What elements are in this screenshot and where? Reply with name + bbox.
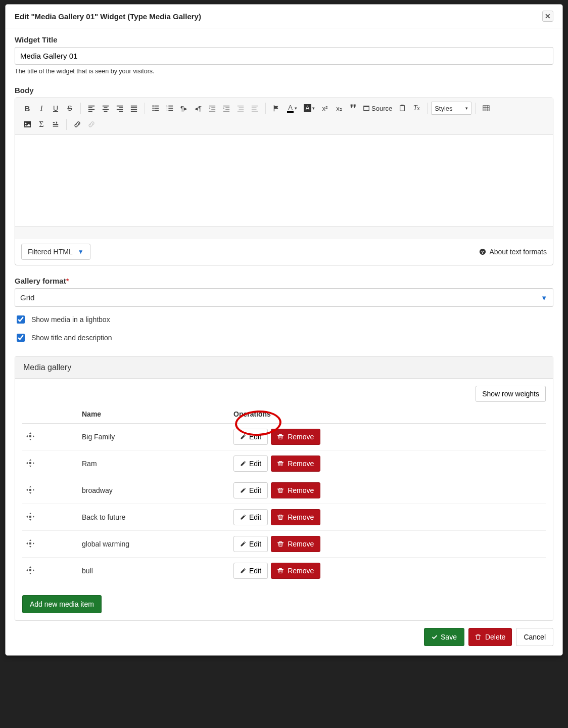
flag-icon[interactable] bbox=[269, 101, 283, 115]
body-label: Body bbox=[15, 86, 553, 95]
quote-right-icon[interactable] bbox=[248, 101, 262, 115]
source-label: Source bbox=[371, 105, 392, 112]
widget-title-help: The title of the widget that is seen by … bbox=[15, 68, 553, 75]
svg-rect-7 bbox=[168, 106, 173, 107]
close-button[interactable]: ✕ bbox=[542, 11, 553, 22]
edit-button[interactable]: Edit bbox=[233, 536, 268, 552]
remove-button[interactable]: Remove bbox=[271, 456, 320, 472]
superscript-icon[interactable]: x² bbox=[318, 101, 332, 115]
remove-button[interactable]: Remove bbox=[271, 563, 320, 579]
remove-button[interactable]: Remove bbox=[271, 536, 320, 552]
trash-icon bbox=[277, 461, 283, 467]
align-right-icon[interactable] bbox=[113, 101, 127, 115]
item-name: global warming bbox=[78, 531, 229, 558]
item-name: broadway bbox=[78, 477, 229, 504]
editor-textarea[interactable] bbox=[15, 135, 553, 226]
col-operations: Operations bbox=[229, 405, 546, 424]
svg-rect-21 bbox=[364, 106, 369, 107]
bg-color-icon[interactable]: A▾ bbox=[301, 101, 318, 115]
lightbox-checkbox[interactable] bbox=[17, 315, 25, 324]
widget-title-label: Widget Title bbox=[15, 35, 553, 44]
svg-rect-23 bbox=[401, 105, 404, 106]
title-desc-checkbox[interactable] bbox=[17, 334, 25, 342]
table-icon[interactable] bbox=[479, 101, 493, 115]
pencil-icon bbox=[240, 461, 246, 467]
widget-title-input[interactable] bbox=[15, 47, 553, 65]
align-left-icon[interactable] bbox=[84, 101, 99, 115]
edit-button[interactable]: Edit bbox=[233, 482, 268, 498]
col-name: Name bbox=[78, 405, 229, 424]
save-button[interactable]: Save bbox=[424, 628, 464, 646]
drag-handle-icon[interactable] bbox=[26, 487, 34, 495]
remove-button[interactable]: Remove bbox=[271, 482, 320, 498]
unlink-icon[interactable] bbox=[84, 117, 99, 131]
drag-handle-icon[interactable] bbox=[26, 568, 34, 576]
modal-title: Edit "Media Gallery 01" Widget (Type Med… bbox=[15, 12, 201, 21]
svg-rect-13 bbox=[239, 107, 244, 108]
trash-icon bbox=[277, 541, 283, 547]
drag-handle-icon[interactable] bbox=[26, 434, 34, 442]
edit-button[interactable]: Edit bbox=[233, 509, 268, 525]
link-icon[interactable] bbox=[70, 117, 84, 131]
remove-button[interactable]: Remove bbox=[271, 509, 320, 525]
bullet-list-icon[interactable] bbox=[149, 101, 163, 115]
delete-button[interactable]: Delete bbox=[468, 628, 512, 646]
gallery-format-select[interactable]: Grid bbox=[15, 288, 553, 307]
remove-format-icon[interactable]: Tx bbox=[409, 101, 423, 115]
trash-icon bbox=[475, 634, 481, 640]
trash-icon bbox=[277, 487, 283, 493]
question-circle-icon: ? bbox=[479, 248, 486, 255]
edit-button[interactable]: Edit bbox=[233, 563, 268, 579]
strikethrough-icon[interactable]: S bbox=[63, 101, 77, 115]
indent-icon[interactable] bbox=[219, 101, 233, 115]
cancel-button[interactable]: Cancel bbox=[516, 628, 553, 646]
svg-rect-17 bbox=[252, 107, 257, 108]
ltr-icon[interactable]: ¶▸ bbox=[177, 101, 191, 115]
blockquote-icon[interactable]: ❜❜ bbox=[346, 101, 360, 115]
rtl-icon[interactable]: ◂¶ bbox=[191, 101, 205, 115]
svg-point-0 bbox=[152, 105, 154, 107]
about-text-formats-link[interactable]: ? About text formats bbox=[479, 248, 547, 256]
svg-rect-12 bbox=[238, 106, 244, 107]
bold-icon[interactable]: B bbox=[20, 101, 34, 115]
svg-rect-19 bbox=[252, 111, 258, 112]
numbered-list-icon[interactable]: 123 bbox=[163, 101, 177, 115]
styles-dropdown[interactable]: Styles ▾ bbox=[431, 102, 471, 115]
svg-rect-3 bbox=[154, 108, 159, 109]
pencil-icon bbox=[240, 434, 246, 440]
drag-handle-icon[interactable] bbox=[26, 461, 34, 469]
subscript-icon[interactable]: x₂ bbox=[332, 101, 346, 115]
source-button[interactable]: Source bbox=[360, 101, 395, 115]
text-color-icon[interactable]: A▾ bbox=[283, 101, 301, 115]
drag-handle-icon[interactable] bbox=[26, 541, 34, 549]
remove-button[interactable]: Remove bbox=[271, 429, 320, 445]
image-icon[interactable] bbox=[20, 117, 34, 131]
pencil-icon bbox=[240, 541, 246, 547]
edit-button[interactable]: Edit bbox=[233, 456, 268, 472]
italic-icon[interactable]: I bbox=[34, 101, 49, 115]
add-media-item-button[interactable]: Add new media item bbox=[22, 595, 102, 613]
svg-rect-9 bbox=[168, 108, 173, 109]
paste-icon[interactable] bbox=[395, 101, 409, 115]
table-row: broadway Edit Remove bbox=[22, 477, 546, 504]
svg-point-4 bbox=[152, 110, 154, 111]
edit-button[interactable]: Edit bbox=[233, 429, 268, 445]
media-gallery-panel-title: Media gallery bbox=[15, 357, 553, 379]
align-justify-icon[interactable] bbox=[127, 101, 141, 115]
svg-rect-22 bbox=[400, 106, 405, 111]
underline-icon[interactable]: U bbox=[49, 101, 63, 115]
align-center-icon[interactable] bbox=[99, 101, 113, 115]
sigma-icon[interactable]: Σ bbox=[34, 117, 49, 131]
required-star: * bbox=[66, 277, 69, 285]
outdent-icon[interactable] bbox=[205, 101, 219, 115]
table-row: bull Edit Remove bbox=[22, 558, 546, 584]
insert-item-icon[interactable] bbox=[49, 117, 63, 131]
media-gallery-panel: Media gallery Show row weights bbox=[15, 356, 553, 621]
svg-rect-1 bbox=[154, 106, 159, 107]
pencil-icon bbox=[240, 568, 246, 574]
quote-left-icon[interactable] bbox=[233, 101, 248, 115]
text-format-select[interactable]: Filtered HTML ▼ bbox=[21, 244, 90, 260]
svg-rect-5 bbox=[154, 110, 159, 111]
drag-handle-icon[interactable] bbox=[26, 514, 34, 522]
show-row-weights-button[interactable]: Show row weights bbox=[476, 386, 546, 402]
